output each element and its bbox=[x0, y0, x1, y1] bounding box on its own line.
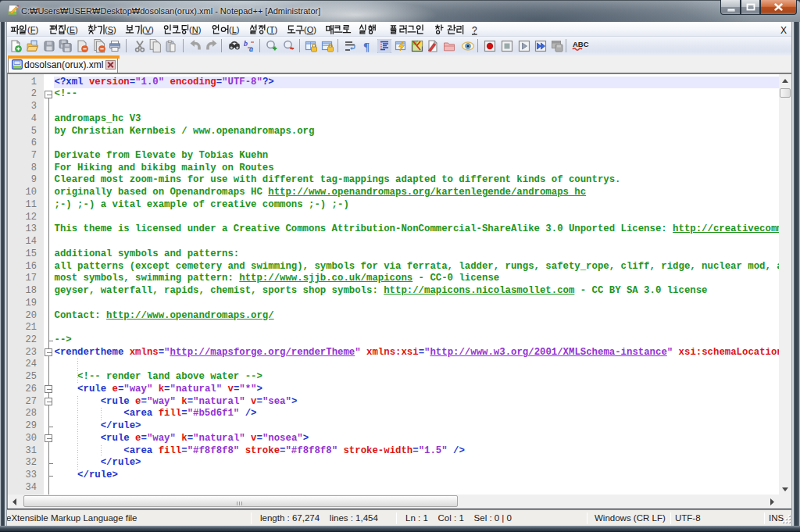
svg-text:b: b bbox=[244, 39, 248, 48]
svg-text:(E): (E) bbox=[66, 25, 78, 34]
svg-text:(F): (F) bbox=[27, 25, 38, 34]
svg-text:ABC: ABC bbox=[573, 40, 589, 48]
svg-text:¶: ¶ bbox=[363, 40, 370, 52]
svg-text:X: X bbox=[780, 25, 787, 36]
svg-text:(S): (S) bbox=[105, 25, 116, 34]
svg-text:(O): (O) bbox=[304, 25, 316, 34]
svg-text:(L): (L) bbox=[229, 25, 239, 34]
svg-text:?: ? bbox=[472, 25, 477, 36]
svg-text:(N): (N) bbox=[189, 25, 201, 34]
svg-text:(V): (V) bbox=[142, 25, 154, 34]
svg-text:a: a bbox=[249, 45, 253, 53]
svg-text:(T): (T) bbox=[266, 25, 277, 34]
